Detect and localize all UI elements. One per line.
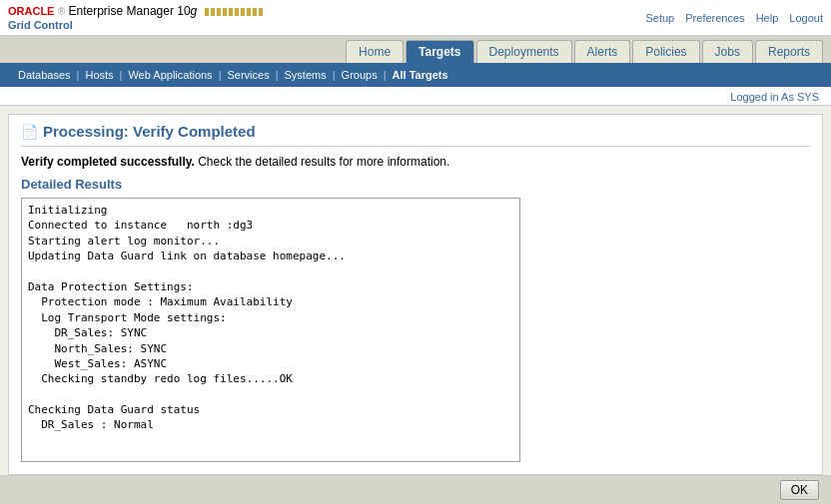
bottom-bar: OK: [0, 475, 831, 504]
logged-in-bar: Logged in As SYS: [0, 87, 831, 106]
tab-reports[interactable]: Reports: [755, 40, 823, 63]
logo-area: ORACLE ® Enterprise Manager 10g Grid Con…: [8, 4, 265, 31]
decorative-stripe: [205, 8, 265, 16]
sub-nav-groups[interactable]: Groups: [336, 67, 384, 83]
em-separator: ®: [58, 6, 65, 17]
success-bold-text: Verify completed successfully.: [21, 155, 195, 169]
tab-alerts[interactable]: Alerts: [574, 40, 631, 63]
sub-nav-systems[interactable]: Systems: [279, 67, 333, 83]
detailed-results-label: Detailed Results: [21, 177, 810, 192]
outer-content: 📄 Processing: Verify Completed Verify co…: [0, 106, 831, 483]
main-nav: Home Targets Deployments Alerts Policies…: [0, 36, 831, 63]
tab-deployments[interactable]: Deployments: [476, 40, 572, 63]
processing-title-bar: 📄 Processing: Verify Completed: [21, 123, 810, 147]
ok-button[interactable]: OK: [780, 480, 819, 500]
logout-link[interactable]: Logout: [789, 12, 823, 24]
success-message: Verify completed successfully. Check the…: [21, 155, 810, 169]
sub-nav-databases[interactable]: Databases: [12, 67, 77, 83]
tab-home[interactable]: Home: [346, 40, 404, 63]
help-link[interactable]: Help: [756, 12, 779, 24]
oracle-text: ORACLE: [8, 5, 54, 17]
tab-jobs[interactable]: Jobs: [702, 40, 753, 63]
processing-icon: 📄: [21, 124, 37, 140]
log-area[interactable]: [22, 199, 519, 461]
oracle-logo: ORACLE ® Enterprise Manager 10g: [8, 4, 265, 18]
log-area-container: [21, 198, 520, 462]
sub-nav-hosts[interactable]: Hosts: [79, 67, 119, 83]
grid-control-label: Grid Control: [8, 19, 265, 31]
top-links: Setup Preferences Help Logout: [637, 12, 823, 24]
setup-link[interactable]: Setup: [645, 12, 674, 24]
page-title: Processing: Verify Completed: [43, 123, 256, 140]
logged-in-text: Logged in As SYS: [730, 91, 819, 103]
success-rest-text: Check the detailed results for more info…: [198, 155, 449, 169]
sub-nav-services[interactable]: Services: [221, 67, 275, 83]
sub-nav-webapps[interactable]: Web Applications: [122, 67, 218, 83]
top-header: ORACLE ® Enterprise Manager 10g Grid Con…: [0, 0, 831, 36]
tab-policies[interactable]: Policies: [632, 40, 699, 63]
sub-nav: Databases | Hosts | Web Applications | S…: [0, 63, 831, 87]
content-area: 📄 Processing: Verify Completed Verify co…: [8, 114, 823, 475]
em-text: Enterprise Manager 10: [69, 4, 191, 18]
sub-nav-all-targets[interactable]: All Targets: [387, 67, 454, 83]
tab-targets[interactable]: Targets: [406, 40, 473, 63]
em-version: g: [191, 4, 198, 18]
preferences-link[interactable]: Preferences: [685, 12, 744, 24]
